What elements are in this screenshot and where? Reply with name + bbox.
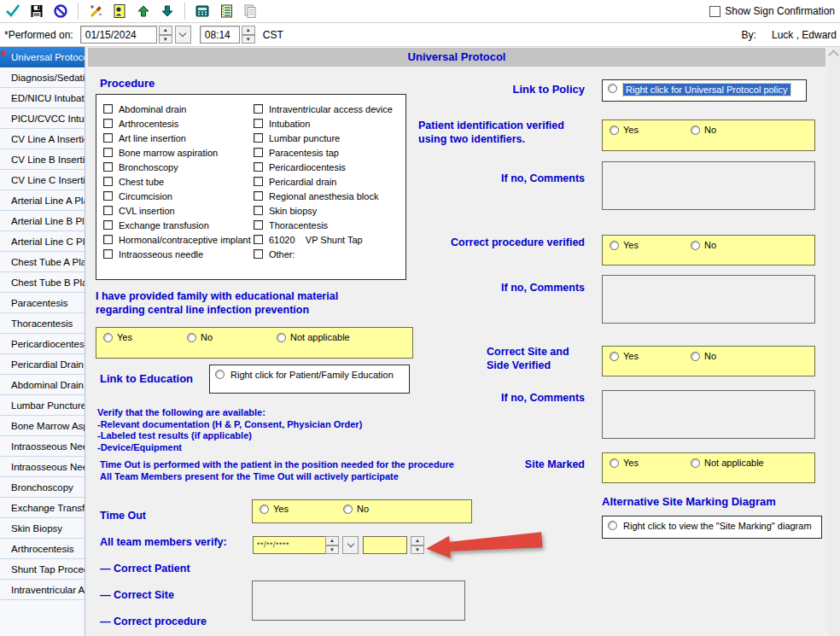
sidebar-item[interactable]: * Chest Tube A Pla: [0, 252, 85, 272]
sidebar-item[interactable]: * Lumbar Puncture: [0, 395, 85, 416]
show-sign-confirmation-checkbox[interactable]: [709, 6, 720, 17]
sidebar-item[interactable]: * Paracentesis: [0, 293, 85, 313]
procedure-checkbox[interactable]: [103, 162, 113, 172]
procedure-checkbox[interactable]: [103, 220, 113, 230]
radio-icon[interactable]: [608, 84, 617, 93]
calculator-button[interactable]: [193, 2, 212, 20]
sidebar-item-label: Thoracentesis: [11, 318, 73, 329]
save-button[interactable]: [27, 2, 46, 20]
sidebar-item[interactable]: * Arthrocentesis: [0, 539, 85, 559]
procedure-checkbox[interactable]: [254, 235, 263, 244]
link-to-education-text[interactable]: Right click for Patient/Family Education: [230, 370, 394, 380]
sidebar-item[interactable]: * Skin Biopsy: [0, 518, 85, 539]
sidebar-item[interactable]: * Intraosseous Nee: [0, 457, 85, 477]
sidebar-item[interactable]: * CV Line C Insertio: [0, 170, 85, 190]
cancel-button[interactable]: [51, 2, 70, 20]
sidebar-item[interactable]: * Arterial Line A Pla: [0, 190, 85, 211]
sidebar-item-label: Universal Protoco: [11, 52, 85, 62]
sidebar-item[interactable]: * Arterial Line C Pla: [0, 231, 85, 252]
sidebar-item[interactable]: * Shunt Tap Proced: [0, 559, 85, 580]
procedure-checkbox[interactable]: [103, 249, 113, 259]
patient-id-comments-box[interactable]: [602, 161, 815, 210]
timeout-comments-box[interactable]: [252, 581, 465, 621]
radio-icon[interactable]: [691, 352, 700, 361]
procedure-checkbox[interactable]: [103, 235, 113, 244]
procedure-checkbox[interactable]: [103, 191, 113, 201]
sidebar-item[interactable]: * Intraventricular Ac: [0, 580, 85, 600]
sidebar-item[interactable]: * Pericardial Drain: [0, 354, 85, 375]
radio-icon[interactable]: [260, 505, 269, 514]
sidebar-item[interactable]: * CV Line A Insertio: [0, 129, 85, 149]
procedure-checkbox[interactable]: [254, 249, 263, 259]
sidebar-item[interactable]: * Exchange Transfu: [0, 498, 85, 518]
scrollbar[interactable]: [827, 47, 840, 636]
sidebar-item[interactable]: * CV Line B Insertio: [0, 149, 85, 170]
procedure-checkbox-label: Intraventricular access device: [269, 104, 393, 114]
procedure-checkbox[interactable]: [254, 104, 263, 114]
performed-date-input[interactable]: 01/15/2024: [80, 26, 157, 44]
procedure-checkbox[interactable]: [103, 133, 113, 143]
sidebar-item[interactable]: * ED/NICU Intubati: [0, 88, 85, 108]
radio-icon[interactable]: [343, 505, 353, 514]
timeout-time-input[interactable]: [363, 536, 407, 554]
sidebar-item[interactable]: * Arterial Line B Pla: [0, 211, 85, 231]
sidebar-item[interactable]: * Intraosseous Nee: [0, 436, 85, 457]
correct-procedure-comments-box[interactable]: [602, 275, 815, 324]
radio-icon[interactable]: [103, 333, 113, 342]
radio-icon[interactable]: [215, 370, 225, 379]
performed-time-input[interactable]: 08:14: [200, 26, 240, 44]
procedure-checkbox[interactable]: [103, 119, 113, 128]
insert-note-button[interactable]: [110, 2, 129, 20]
radio-icon[interactable]: [610, 352, 619, 361]
sidebar-item[interactable]: * Universal Protoco: [0, 47, 85, 67]
radio-icon[interactable]: [610, 125, 619, 135]
sidebar-item[interactable]: * Thoracentesis: [0, 313, 85, 334]
sign-button[interactable]: [3, 2, 22, 20]
timeout-date-dropdown-button[interactable]: [342, 536, 359, 554]
procedure-checkbox[interactable]: [103, 148, 113, 157]
sidebar-item[interactable]: * Chest Tube B Pla: [0, 272, 85, 293]
sidebar-item[interactable]: * Diagnosis/Sedatio: [0, 67, 85, 88]
radio-icon[interactable]: [610, 241, 619, 250]
date-dropdown-button[interactable]: [175, 26, 191, 44]
procedure-checkbox[interactable]: [103, 206, 113, 215]
sidebar-item[interactable]: * Abdominal Drain: [0, 375, 85, 395]
procedure-checkbox[interactable]: [254, 191, 263, 201]
procedure-checkbox[interactable]: [254, 133, 263, 143]
copy-button[interactable]: [241, 2, 260, 20]
timeout-time-spinner[interactable]: ▲▼: [411, 536, 424, 554]
procedure-checkbox[interactable]: [254, 119, 263, 128]
radio-icon[interactable]: [277, 333, 286, 342]
move-down-button[interactable]: [158, 2, 177, 20]
sidebar-item-label: Arthrocentesis: [11, 544, 74, 554]
radio-icon[interactable]: [691, 125, 700, 135]
radio-icon[interactable]: [691, 458, 700, 468]
procedure-option: Intraventricular access device: [254, 102, 393, 116]
timeout-date-input[interactable]: **/**/****: [253, 536, 331, 554]
procedure-checkbox[interactable]: [103, 104, 113, 114]
reference-manual-button[interactable]: [217, 2, 236, 20]
sidebar-item[interactable]: * Bone Marrow Asp: [0, 416, 85, 436]
charting-wand-button[interactable]: [86, 2, 105, 20]
procedure-checkbox[interactable]: [254, 177, 263, 186]
link-to-policy-text[interactable]: Right click for Universal Protocol polic…: [623, 84, 790, 96]
procedure-checkbox[interactable]: [254, 206, 263, 215]
move-up-button[interactable]: [134, 2, 153, 20]
procedure-checkbox[interactable]: [103, 177, 113, 186]
correct-site-comments-box[interactable]: [602, 390, 815, 439]
radio-icon[interactable]: [610, 458, 619, 468]
chevron-down-icon: [179, 30, 186, 37]
timeout-date-spinner[interactable]: ▲▼: [325, 536, 339, 554]
alt-site-marking-text[interactable]: Right click to view the "Site Marking" d…: [623, 521, 812, 531]
sidebar-item[interactable]: * PICU/CVCC Intub: [0, 108, 85, 129]
sidebar-item[interactable]: * Bronchoscopy: [0, 477, 85, 498]
radio-icon[interactable]: [608, 521, 617, 530]
sidebar-item[interactable]: * Pericardiocentesis: [0, 334, 85, 354]
time-spinner[interactable]: ▲▼: [242, 26, 255, 44]
procedure-checkbox[interactable]: [254, 148, 263, 157]
procedure-checkbox[interactable]: [254, 162, 263, 172]
procedure-checkbox[interactable]: [254, 220, 263, 230]
date-spinner[interactable]: ▲▼: [159, 26, 172, 44]
radio-icon[interactable]: [691, 241, 700, 250]
radio-icon[interactable]: [187, 333, 196, 342]
